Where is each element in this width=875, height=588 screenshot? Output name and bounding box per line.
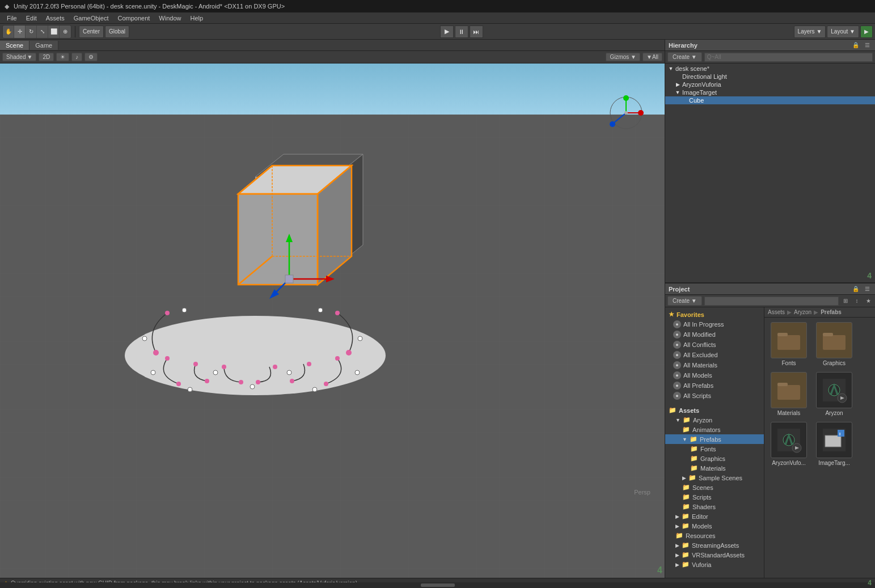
tab-scene[interactable]: Scene [0,41,29,50]
fav-icon-all-modified: ● [673,331,681,339]
folder-icon: 📁 [690,464,698,472]
breadcrumb-aryzon[interactable]: Aryzon [794,309,811,315]
svg-rect-65 [777,385,800,400]
hand-tool-button[interactable]: ✋ [3,26,14,38]
project-panel: Project 🔒 ☰ Create ▼ ⊞ ↕ ★ [665,284,875,578]
tree-item-desk-scene[interactable]: ▼ desk scene* [665,65,875,73]
account-button[interactable]: ▶ [860,26,873,38]
favorites-label: Favorites [677,311,704,318]
svg-rect-66 [777,383,788,386]
assets-item-prefabs[interactable]: ▼ 📁 Prefabs [665,434,764,444]
step-button[interactable]: ⏭ [470,26,483,38]
menu-gameobject[interactable]: GameObject [69,14,113,23]
fav-all-materials[interactable]: ● All Materials [669,360,760,370]
layout-button[interactable]: Layout ▼ [827,26,859,38]
hierarchy-toolbar: Create ▼ [665,51,875,64]
layers-button[interactable]: Layers ▼ [794,26,826,38]
assets-item-scenes[interactable]: 📁 Scenes [665,483,764,492]
svg-point-18 [142,336,147,341]
axes-gizmo[interactable]: Y X Z [608,95,645,132]
asset-item-imagetarget-prefab[interactable]: I ImageTarg... [814,422,854,466]
menu-help[interactable]: Help [185,14,208,23]
fav-all-excluded[interactable]: ● All Excluded [669,350,760,360]
tree-item-cube[interactable]: Cube [665,96,875,104]
assets-item-materials[interactable]: 📁 Materials [665,463,764,473]
play-button[interactable]: ▶ [440,26,454,38]
asset-item-materials[interactable]: Materials [769,372,809,416]
project-create-button[interactable]: Create ▼ [667,296,702,306]
fav-all-scripts[interactable]: ● All Scripts [669,391,760,401]
hierarchy-search-input[interactable] [704,53,873,62]
scene-viewport[interactable]: Y X Z Persp 4 [0,64,665,578]
fonts-folder-label: Fonts [781,360,796,366]
global-button[interactable]: Global [105,26,129,38]
tree-item-aryzon-vuforia[interactable]: ▶ AryzonVuforia [665,81,875,88]
fav-all-in-progress[interactable]: ● All In Progress [669,319,760,329]
fav-all-models[interactable]: ● All Models [669,370,760,380]
folder-icon: 📁 [690,445,698,452]
svg-point-26 [213,370,218,375]
assets-item-vr-standard[interactable]: ▶ 📁 VRStandardAssets [665,550,764,560]
project-search-input[interactable] [704,297,839,306]
asset-item-aryzon-prefab[interactable]: Aryzon [814,372,854,416]
shading-mode-dropdown[interactable]: Shaded ▼ [2,53,36,61]
assets-item-resources[interactable]: 📁 Resources [665,531,764,540]
aryzonvuforia-prefab-thumb [771,422,807,458]
effects-button[interactable]: ⚙ [84,53,98,61]
hierarchy-title: Hierarchy [669,42,698,49]
assets-item-animators[interactable]: 📁 Animators [665,425,764,434]
project-lock-icon[interactable]: 🔒 [851,285,860,294]
transform-tool-button[interactable]: ⊕ [60,26,71,38]
project-view-icon[interactable]: ⊞ [841,297,850,306]
asset-item-aryzonvuforia-prefab[interactable]: AryzonVufo... [769,422,809,466]
scale-tool-button[interactable]: ⤡ [37,26,48,38]
assets-item-streaming-assets[interactable]: ▶ 📁 StreamingAssets [665,540,764,550]
tree-item-image-target[interactable]: ▼ ImageTarget [665,88,875,96]
assets-item-scripts[interactable]: 📁 Scripts [665,492,764,502]
assets-item-aryzon[interactable]: ▼ 📁 Aryzon [665,415,764,425]
svg-point-16 [239,380,243,384]
gizmos-button[interactable]: Gizmos ▼ [606,53,640,61]
lighting-toggle-button[interactable]: ☀ [56,53,69,61]
folder-icon: 📁 [688,474,696,481]
center-button[interactable]: Center [79,26,104,38]
audio-toggle-button[interactable]: ♪ [71,53,82,61]
assets-item-shaders[interactable]: 📁 Shaders [665,502,764,511]
move-tool-button[interactable]: ✛ [14,26,26,38]
chevron-right-icon: ▶ [675,514,679,519]
hierarchy-create-button[interactable]: Create ▼ [667,52,702,62]
assets-item-vuforia[interactable]: ▶ 📁 Vuforia [665,560,764,569]
hierarchy-lock-icon[interactable]: 🔒 [851,41,860,50]
menu-assets[interactable]: Assets [41,14,69,23]
fav-all-prefabs[interactable]: ● All Prefabs [669,380,760,391]
assets-item-sample-scenes[interactable]: ▶ 📁 Sample Scenes [665,473,764,483]
assets-item-graphics[interactable]: 📁 Graphics [665,454,764,463]
rotate-tool-button[interactable]: ↻ [26,26,37,38]
tab-game[interactable]: Game [29,41,58,50]
menu-window[interactable]: Window [154,14,185,23]
move-gizmo[interactable] [267,228,335,302]
menu-edit[interactable]: Edit [22,14,41,23]
rect-tool-button[interactable]: ⬜ [48,26,60,38]
search-filter-button[interactable]: ▼All [642,53,662,61]
breadcrumb-prefabs[interactable]: Prefabs [821,309,842,315]
project-menu-icon[interactable]: ☰ [863,285,872,294]
2d-button[interactable]: 2D [39,53,54,61]
tree-item-directional-light[interactable]: Directional Light [665,73,875,81]
assets-item-editor[interactable]: ▶ 📁 Editor [665,511,764,521]
asset-item-fonts[interactable]: Fonts [769,322,809,366]
project-filter-icon[interactable]: ★ [864,297,873,306]
assets-tree-header[interactable]: 📁 Assets [665,405,764,415]
fav-all-modified[interactable]: ● All Modified [669,329,760,340]
fav-all-conflicts[interactable]: ● All Conflicts [669,340,760,350]
breadcrumb-assets[interactable]: Assets [768,309,785,315]
project-sort-icon[interactable]: ↕ [852,297,861,306]
asset-item-graphics[interactable]: Graphics [814,322,854,366]
assets-item-fonts[interactable]: 📁 Fonts [665,444,764,454]
pause-button[interactable]: ⏸ [455,26,468,38]
menu-component[interactable]: Component [113,14,154,23]
assets-item-models[interactable]: ▶ 📁 Models [665,521,764,531]
menu-file[interactable]: File [2,14,22,23]
favorites-header[interactable]: ★ Favorites [669,310,760,319]
hierarchy-menu-icon[interactable]: ☰ [863,41,872,50]
